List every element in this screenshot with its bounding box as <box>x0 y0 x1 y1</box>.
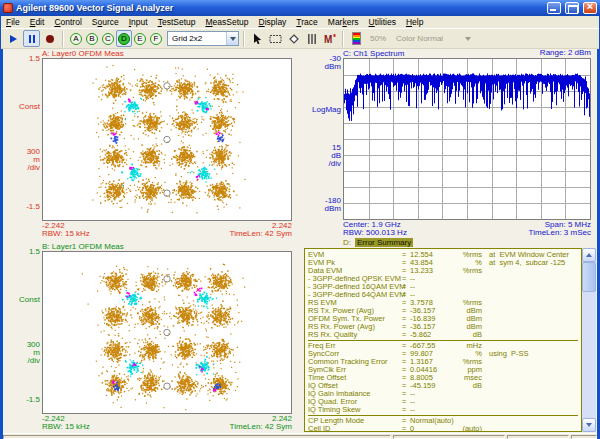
row-extra <box>482 366 581 374</box>
marker-button[interactable]: M <box>321 30 338 47</box>
menu-edit[interactable]: Edit <box>25 17 50 27</box>
row-label: IQ Timing Skew <box>308 406 402 414</box>
trace-letter-icon: F <box>150 33 162 45</box>
trace-button-c[interactable]: C <box>100 30 116 47</box>
trace-button-a[interactable]: A <box>68 30 84 47</box>
menu-help[interactable]: Help <box>401 17 428 27</box>
titlebar[interactable]: Agilent 89600 Vector Signal Analyzer <box>0 0 600 16</box>
row-extra <box>482 406 581 414</box>
pause-icon <box>29 35 31 43</box>
pane-b-constellation-plot[interactable] <box>42 251 292 414</box>
scroll-down-button[interactable] <box>582 418 596 432</box>
menu-meassetup[interactable]: MeasSetup <box>200 17 253 27</box>
grid-layout-combo[interactable]: Grid 2x2 <box>167 31 239 46</box>
marker-diamond-button[interactable] <box>285 30 302 47</box>
error-summary-row: IQ Timing Skew=-- <box>308 406 581 414</box>
chevron-down-icon[interactable] <box>226 32 238 45</box>
error-summary-row: Freq Err=-667.55mHz <box>308 342 581 350</box>
row-extra <box>482 307 581 315</box>
menu-input[interactable]: Input <box>124 17 153 27</box>
menu-markers[interactable]: Markers <box>323 17 364 27</box>
row-value: 0 <box>410 425 454 432</box>
row-eq: = <box>402 331 410 339</box>
menu-file[interactable]: File <box>1 17 25 27</box>
error-summary-row: Common Tracking Error=1.3167%rms <box>308 358 581 366</box>
menu-display[interactable]: Display <box>253 17 291 27</box>
zoom-rect-button[interactable] <box>267 30 284 47</box>
row-extra <box>482 358 581 366</box>
error-summary-scrollbar[interactable] <box>582 248 596 432</box>
error-summary-row: EVM Pk=43.854%at sym 4, subcar -125 <box>308 259 581 267</box>
row-extra <box>482 382 581 390</box>
row-value: Normal(auto) <box>410 417 454 425</box>
close-button[interactable] <box>583 2 597 14</box>
error-summary-row: Time Offset=8.8005msec <box>308 374 581 382</box>
row-unit <box>454 398 482 406</box>
row-extra <box>482 267 581 275</box>
trace-letter-buttons: ABCDEF <box>68 30 164 47</box>
pane-b-ymax: 1.5 <box>0 248 40 256</box>
trace-button-d[interactable]: D <box>116 30 132 47</box>
menu-utilities[interactable]: Utilities <box>364 17 401 27</box>
section-divider <box>308 340 578 341</box>
pane-c-range: Range: 2 dBm <box>491 49 591 57</box>
statusbar-cell <box>3 435 391 439</box>
pane-c-title: C: Ch1 Spectrum <box>343 49 404 58</box>
band-lines-button[interactable] <box>303 30 320 47</box>
svg-text:M: M <box>324 34 332 45</box>
trace-button-f[interactable]: F <box>148 30 164 47</box>
scroll-up-button[interactable] <box>582 248 596 262</box>
menu-testsetup[interactable]: TestSetup <box>153 17 201 27</box>
pane-d-title-prefix: D: <box>343 239 351 247</box>
colorbar-button[interactable] <box>348 30 365 47</box>
row-value: -- <box>410 406 454 414</box>
row-value: 13.233 <box>410 267 454 275</box>
pane-b-ymin: -1.5 <box>0 396 40 404</box>
pane-c-ydiv-2: /div <box>301 160 341 168</box>
row-label: RS Rx. Quality <box>308 331 402 339</box>
pane-d-title[interactable]: Error Summary <box>355 238 413 247</box>
row-eq: = <box>402 406 410 414</box>
chevron-down-icon <box>462 32 474 45</box>
menu-trace[interactable]: Trace <box>291 17 322 27</box>
row-extra <box>482 299 581 307</box>
scrollbar-thumb[interactable] <box>582 262 596 292</box>
color-combo-value: Color Normal <box>396 34 443 43</box>
row-unit: dB <box>454 382 482 390</box>
pane-b-rbw: RBW: 15 kHz <box>42 423 90 431</box>
maximize-button[interactable] <box>565 2 579 14</box>
select-cursor-button[interactable] <box>249 30 266 47</box>
grid-combo-value: Grid 2x2 <box>172 34 202 43</box>
pane-a-constellation-plot[interactable] <box>42 58 292 221</box>
row-value: -5.862 <box>410 331 454 339</box>
error-summary-row: - 3GPP-defined 64QAM EVM=-- <box>308 291 581 299</box>
selection-rect-icon <box>269 33 282 45</box>
row-unit <box>454 275 482 283</box>
trace-button-b[interactable]: B <box>84 30 100 47</box>
rainbow-colorbar-icon <box>352 32 361 45</box>
trace-letter-icon: D <box>118 33 130 45</box>
error-summary-row: SymClk Err=0.04416ppm <box>308 366 581 374</box>
toolbar: ABCDEF Grid 2x2 M 50% Color Normal <box>1 29 599 49</box>
row-value: -- <box>410 275 454 283</box>
row-extra <box>482 390 581 398</box>
record-button[interactable] <box>41 30 58 47</box>
trace-button-e[interactable]: E <box>132 30 148 47</box>
pane-a-ydiv-2: /div <box>0 164 40 172</box>
zoom-percent-value: 50% <box>370 34 386 43</box>
toolbar-separator <box>62 31 64 47</box>
trace-letter-icon: C <box>102 33 114 45</box>
pause-button[interactable] <box>23 30 40 47</box>
color-mode-combo[interactable]: Color Normal <box>391 31 475 46</box>
trace-letter-icon: B <box>86 33 98 45</box>
play-button[interactable] <box>5 30 22 47</box>
menu-source[interactable]: Source <box>87 17 124 27</box>
minimize-button[interactable] <box>547 2 561 14</box>
pane-c-rbw: RBW: 500.013 Hz <box>343 229 407 237</box>
row-value: -45.159 <box>410 382 454 390</box>
pane-c-scale-label: LogMag <box>301 106 341 114</box>
pane-b-trace-label: Const <box>0 296 40 304</box>
menu-control[interactable]: Control <box>49 17 86 27</box>
vertical-bars-icon <box>306 33 318 45</box>
pane-c-spectrum-plot[interactable] <box>343 58 591 220</box>
